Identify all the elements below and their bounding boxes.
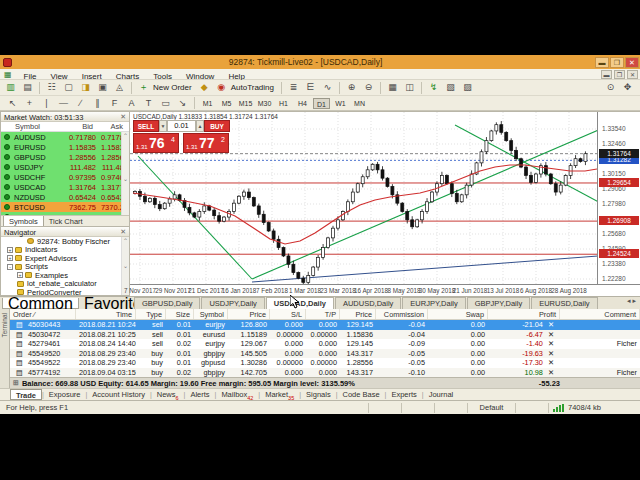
new-order-icon[interactable]: ＋ <box>136 81 151 94</box>
periods-icon[interactable]: ▧ <box>443 81 458 94</box>
column-profit[interactable]: Profit <box>488 309 560 319</box>
tab-news[interactable]: News6 <box>152 389 184 400</box>
zoom-out-icon[interactable]: ⊖ <box>361 81 376 94</box>
order-row[interactable]: ▤ 455495222018.08.29 23:40:23buy0.01gbpu… <box>10 358 640 368</box>
market-watch-row[interactable]: GBPUSD1.285561.28563 <box>1 152 129 162</box>
market-watch-row[interactable]: AUDUSD0.717800.71786 <box>1 132 129 142</box>
navigator-item[interactable]: lot_rebate_calculator <box>1 280 129 289</box>
volume-down-icon[interactable]: ▼ <box>159 120 167 132</box>
child-restore-icon[interactable]: ❐ <box>614 70 625 79</box>
column-comment[interactable]: Comment <box>560 309 640 319</box>
text-tool-icon[interactable]: A <box>124 97 139 110</box>
market-watch-row[interactable]: USDCHF0.973950.97400 <box>1 172 129 182</box>
column-bid[interactable]: Bid <box>59 122 93 131</box>
tab-trade[interactable]: Trade <box>10 389 42 400</box>
new-order-button[interactable]: New Order <box>153 83 192 92</box>
tree-expand-icon[interactable]: + <box>17 272 23 278</box>
market-watch-row[interactable]: NZDUSD0.654240.65430 <box>1 192 129 202</box>
restore-icon[interactable]: ❐ <box>610 57 624 68</box>
tab-experts[interactable]: Experts <box>386 389 421 400</box>
column-symbol[interactable]: Symbol <box>194 309 228 319</box>
timeframe-mn[interactable]: MN <box>351 98 368 109</box>
fibonacci-tool-icon[interactable]: F <box>107 97 122 110</box>
close-panel-icon[interactable]: ✕ <box>120 228 126 235</box>
child-close-icon[interactable]: ✕ <box>627 70 638 79</box>
tab-exposure[interactable]: Exposure <box>44 389 86 400</box>
market-watch-icon[interactable]: ☷ <box>44 81 59 94</box>
navigator-item[interactable]: +Indicators <box>1 246 129 255</box>
order-row[interactable]: ▤ 457741922018.09.04 03:15:21buy0.02gbpj… <box>10 368 640 378</box>
column-type[interactable]: Type <box>136 309 166 319</box>
column-symbol[interactable]: Symbol <box>1 122 59 131</box>
tab-alerts[interactable]: Alerts <box>185 389 214 400</box>
close-order-icon[interactable]: ✕ <box>545 349 557 358</box>
column-price[interactable]: Price <box>340 309 376 319</box>
tab-market[interactable]: Market35 <box>260 389 299 400</box>
close-order-icon[interactable]: ✕ <box>545 330 557 339</box>
order-row[interactable]: ▤ 450304722018.08.21 10:25:06sell0.01eur… <box>10 330 640 340</box>
close-panel-icon[interactable]: ✕ <box>120 113 126 120</box>
navigator-icon[interactable]: ◨ <box>78 81 93 94</box>
autotrading-button[interactable]: AutoTrading <box>231 83 274 92</box>
column-tp[interactable]: T/P <box>306 309 340 319</box>
terminal-icon[interactable]: ▣ <box>95 81 110 94</box>
tree-expand-icon[interactable]: + <box>7 255 13 261</box>
profiles-icon[interactable]: ▤ <box>20 81 35 94</box>
close-order-icon[interactable]: ✕ <box>545 368 557 377</box>
column-swap[interactable]: Swap <box>428 309 488 319</box>
tab-common[interactable]: Common <box>2 298 79 309</box>
timeframe-m30[interactable]: M30 <box>256 98 273 109</box>
line-chart-icon[interactable]: ∿ <box>320 81 335 94</box>
timeframe-m1[interactable]: M1 <box>199 98 216 109</box>
tab-account-history[interactable]: Account History <box>87 389 150 400</box>
timeframe-h1[interactable]: H1 <box>275 98 292 109</box>
navigator-item[interactable]: PeriodConverter <box>1 288 129 295</box>
trendline-tool-icon[interactable]: ∕ <box>73 97 88 110</box>
vertical-line-tool-icon[interactable]: | <box>39 97 54 110</box>
close-order-icon[interactable]: ✕ <box>545 358 557 367</box>
column-size[interactable]: Size <box>166 309 194 319</box>
tab-signals[interactable]: Signals <box>301 389 336 400</box>
tab-journal[interactable]: Journal <box>424 389 459 400</box>
volume-up-icon[interactable]: ▲ <box>196 120 204 132</box>
tile-windows-icon[interactable]: ◫ <box>402 81 417 94</box>
bar-chart-icon[interactable]: ≣ <box>286 81 301 94</box>
zoom-in-icon[interactable]: ⊕ <box>344 81 359 94</box>
horizontal-line-tool-icon[interactable]: — <box>56 97 71 110</box>
child-minimize-icon[interactable]: ▬ <box>601 70 612 79</box>
column-commission[interactable]: Commission <box>376 309 428 319</box>
tree-expand-icon[interactable]: + <box>7 247 13 253</box>
timeframe-m15[interactable]: M15 <box>237 98 254 109</box>
shapes-tool-icon[interactable]: ▭ <box>158 97 173 110</box>
tab-mailbox[interactable]: Mailbox42 <box>216 389 258 400</box>
timeframe-d1[interactable]: D1 <box>313 98 330 109</box>
navigator-item[interactable]: -Scripts <box>1 263 129 272</box>
chart-tab-gbpusd[interactable]: GBPUSD,Daily <box>134 297 200 309</box>
column-ask[interactable]: Ask <box>93 122 123 131</box>
buy-price-display[interactable]: 1.31 77 2 <box>183 133 229 153</box>
arrows-tool-icon[interactable]: ↘ <box>175 97 190 110</box>
volume-input[interactable]: 0.01 <box>167 120 196 132</box>
timeframe-w1[interactable]: W1 <box>332 98 349 109</box>
chart-tab-audusd[interactable]: AUDUSD,Daily <box>335 297 401 309</box>
find-symbol-icon[interactable]: ⊙ <box>603 81 618 94</box>
navigator-item[interactable]: +Expert Advisors <box>1 254 129 263</box>
sell-price-display[interactable]: 1.31 76 4 <box>133 133 179 153</box>
order-row[interactable]: ▤ 452794612018.08.24 14:40:19sell0.02eur… <box>10 339 640 349</box>
chart-tab-eurusd[interactable]: EURUSD,Daily <box>531 297 597 309</box>
templates-icon[interactable]: ▨ <box>460 81 475 94</box>
close-order-icon[interactable]: ✕ <box>545 339 557 348</box>
sell-button[interactable]: SELL <box>133 120 159 132</box>
tab-code-base[interactable]: Code Base <box>337 389 384 400</box>
column-sl[interactable]: S/L <box>270 309 306 319</box>
navigator-item[interactable]: +Examples <box>1 271 129 280</box>
cursor-tool-icon[interactable]: ↖ <box>5 97 20 110</box>
timeframe-h4[interactable]: H4 <box>294 98 311 109</box>
column-order[interactable]: Order ∕ <box>10 309 76 319</box>
autotrading-icon[interactable]: ◉ <box>214 81 229 94</box>
data-window-icon[interactable]: ▢ <box>61 81 76 94</box>
market-watch-row[interactable]: USDJPY111.482111.485 <box>1 162 129 172</box>
auto-arrange-icon[interactable]: ▦ <box>385 81 400 94</box>
timeframe-m5[interactable]: M5 <box>218 98 235 109</box>
label-tool-icon[interactable]: T <box>141 97 156 110</box>
